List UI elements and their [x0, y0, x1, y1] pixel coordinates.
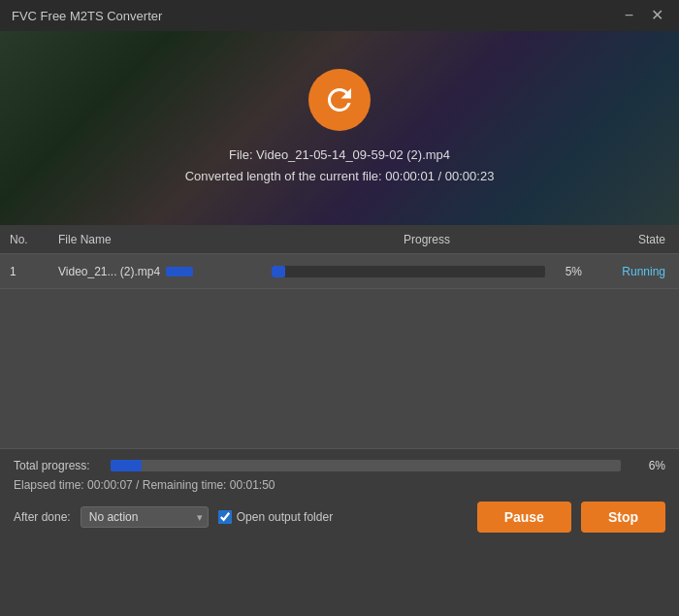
col-no: No.	[0, 233, 48, 246]
table-row: 1 Video_21... (2).mp4 5% Running	[0, 254, 679, 289]
pause-button[interactable]: Pause	[477, 502, 571, 533]
total-progress-label: Total progress:	[14, 459, 101, 472]
hero-info: File: Video_21-05-14_09-59-02 (2).mp4 Co…	[185, 145, 495, 187]
row-progress-pct: 5%	[553, 265, 582, 278]
table-body: 1 Video_21... (2).mp4 5% Running	[0, 254, 679, 448]
after-done-select-wrapper[interactable]: No action Open output folder Shut down H…	[81, 506, 209, 528]
row-no: 1	[0, 265, 48, 278]
after-done-label: After done:	[14, 510, 71, 524]
hero-section: File: Video_21-05-14_09-59-02 (2).mp4 Co…	[0, 31, 679, 225]
title-bar: FVC Free M2TS Converter − ✕	[0, 0, 679, 31]
elapsed-row: Elapsed time: 00:00:07 / Remaining time:…	[14, 478, 665, 492]
row-progress-bar-fill	[272, 266, 285, 277]
row-progress-cell: 5%	[262, 265, 592, 278]
row-filename-cell: Video_21... (2).mp4	[48, 265, 262, 278]
file-table: No. File Name Progress State 1 Video_21.…	[0, 225, 679, 448]
title-bar-controls: − ✕	[621, 8, 667, 23]
total-progress-bar-fill	[111, 460, 142, 471]
row-progress-bar-bg	[272, 266, 545, 277]
col-progress: Progress	[262, 233, 592, 246]
table-header: No. File Name Progress State	[0, 225, 679, 254]
file-mini-progress-bar	[166, 267, 193, 276]
total-progress-pct: 6%	[630, 459, 665, 472]
stop-button[interactable]: Stop	[581, 502, 665, 533]
row-state: Running	[592, 265, 679, 278]
open-output-text: Open output folder	[237, 510, 333, 524]
row-filename: Video_21... (2).mp4	[58, 265, 160, 278]
converted-length-display: Converted length of the current file: 00…	[185, 166, 495, 187]
after-done-select[interactable]: No action Open output folder Shut down H…	[81, 506, 209, 528]
total-progress-row: Total progress: 6%	[14, 459, 665, 472]
bottom-section: Total progress: 6% Elapsed time: 00:00:0…	[0, 448, 679, 538]
col-state: State	[592, 233, 679, 246]
bottom-controls: After done: No action Open output folder…	[14, 502, 665, 533]
convert-icon	[308, 69, 371, 131]
app-title: FVC Free M2TS Converter	[12, 9, 162, 23]
refresh-icon	[322, 82, 357, 117]
col-filename: File Name	[48, 233, 262, 246]
total-progress-bar-bg	[111, 460, 621, 471]
close-button[interactable]: ✕	[647, 8, 667, 23]
minimize-button[interactable]: −	[621, 8, 637, 23]
open-output-label[interactable]: Open output folder	[218, 510, 333, 524]
open-output-checkbox[interactable]	[218, 510, 232, 524]
file-name-display: File: Video_21-05-14_09-59-02 (2).mp4	[185, 145, 495, 166]
